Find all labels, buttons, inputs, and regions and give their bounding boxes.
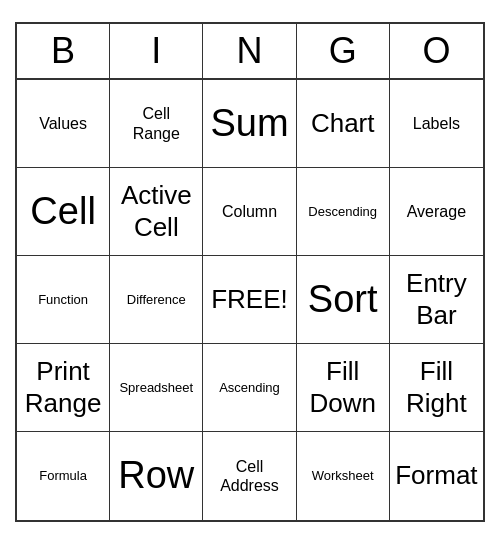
cell-text: Average [407, 202, 466, 221]
cell-text: Chart [311, 108, 375, 139]
bingo-cell: Row [110, 432, 203, 520]
bingo-cell: Function [17, 256, 110, 344]
cell-text: Function [38, 292, 88, 308]
cell-text: FREE! [211, 284, 288, 315]
bingo-cell: ActiveCell [110, 168, 203, 256]
cell-text: PrintRange [25, 356, 102, 418]
cell-text: Difference [127, 292, 186, 308]
cell-text: FillRight [406, 356, 467, 418]
bingo-cell: Average [390, 168, 483, 256]
bingo-cell: Difference [110, 256, 203, 344]
bingo-cell: Column [203, 168, 296, 256]
cell-text: Formula [39, 468, 87, 484]
bingo-cell: Labels [390, 80, 483, 168]
header-letter: I [110, 24, 203, 78]
cell-text: CellAddress [220, 457, 279, 495]
bingo-cell: Spreadsheet [110, 344, 203, 432]
cell-text: Values [39, 114, 87, 133]
bingo-cell: FillRight [390, 344, 483, 432]
cell-text: Sum [210, 101, 288, 147]
bingo-cell: Worksheet [297, 432, 390, 520]
header-letter: B [17, 24, 110, 78]
cell-text: Worksheet [312, 468, 374, 484]
bingo-cell: Descending [297, 168, 390, 256]
bingo-cell: EntryBar [390, 256, 483, 344]
bingo-cell: FREE! [203, 256, 296, 344]
bingo-cell: Ascending [203, 344, 296, 432]
bingo-cell: CellRange [110, 80, 203, 168]
cell-text: Column [222, 202, 277, 221]
cell-text: EntryBar [406, 268, 467, 330]
bingo-cell: FillDown [297, 344, 390, 432]
bingo-cell: PrintRange [17, 344, 110, 432]
bingo-cell: CellAddress [203, 432, 296, 520]
cell-text: ActiveCell [121, 180, 192, 242]
cell-text: CellRange [133, 104, 180, 142]
bingo-cell: Cell [17, 168, 110, 256]
header-letter: N [203, 24, 296, 78]
cell-text: Format [395, 460, 477, 491]
bingo-cell: Chart [297, 80, 390, 168]
cell-text: Labels [413, 114, 460, 133]
bingo-card: BINGO ValuesCellRangeSumChartLabelsCellA… [15, 22, 485, 522]
cell-text: Descending [308, 204, 377, 220]
header-letter: G [297, 24, 390, 78]
cell-text: Row [118, 453, 194, 499]
cell-text: Ascending [219, 380, 280, 396]
header-letter: O [390, 24, 483, 78]
cell-text: Sort [308, 277, 378, 323]
bingo-cell: Sum [203, 80, 296, 168]
bingo-cell: Formula [17, 432, 110, 520]
cell-text: FillDown [309, 356, 375, 418]
bingo-cell: Format [390, 432, 483, 520]
bingo-header: BINGO [17, 24, 483, 80]
cell-text: Spreadsheet [119, 380, 193, 396]
bingo-cell: Values [17, 80, 110, 168]
cell-text: Cell [30, 189, 95, 235]
bingo-grid: ValuesCellRangeSumChartLabelsCellActiveC… [17, 80, 483, 520]
bingo-cell: Sort [297, 256, 390, 344]
